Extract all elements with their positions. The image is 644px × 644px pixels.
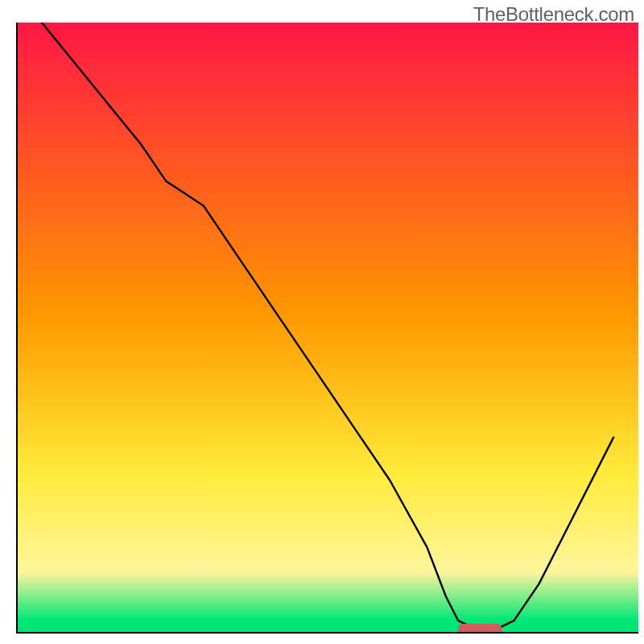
chart-container: TheBottleneck.com: [0, 0, 644, 644]
optimal-indicator: [458, 624, 502, 636]
bottleneck-chart: [0, 0, 644, 644]
plot-background: [17, 23, 638, 633]
watermark-text: TheBottleneck.com: [473, 3, 634, 26]
